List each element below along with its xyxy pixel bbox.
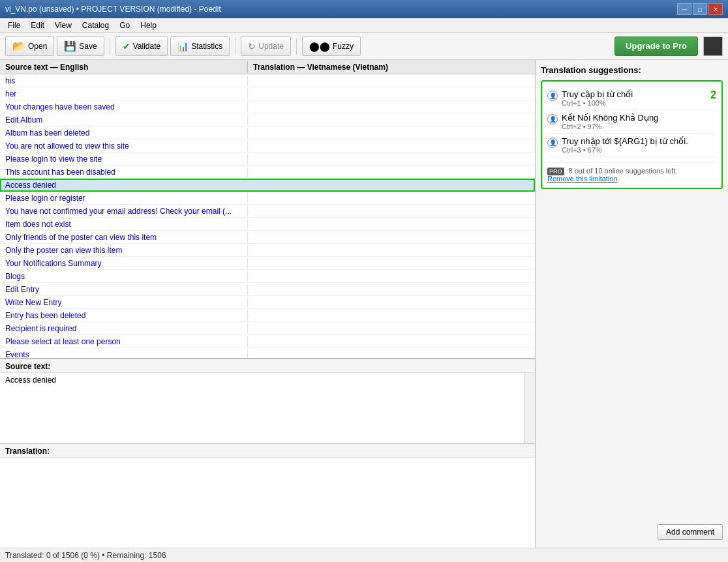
list-item-translation-text: [248, 171, 535, 173]
list-item-source-text: Please login to view the site: [0, 154, 248, 164]
add-comment-button[interactable]: Add comment: [658, 524, 723, 540]
list-item-source-text: Your Notifications Summary: [0, 258, 248, 269]
list-item[interactable]: Only friends of the poster can view this…: [0, 231, 535, 244]
translation-panel-label: Translation:: [0, 444, 535, 458]
list-item-translation-text: [248, 106, 535, 108]
list-item-source-text: Your changes have been saved: [0, 102, 248, 112]
list-item[interactable]: Item does not exist: [0, 218, 535, 231]
list-item-translation-text: [248, 328, 535, 329]
list-item[interactable]: Only the poster can view this item: [0, 244, 535, 257]
list-item[interactable]: Blogs: [0, 270, 535, 283]
list-items[interactable]: hisherYour changes have been savedEdit A…: [0, 74, 535, 358]
list-item-translation-text: [248, 315, 535, 316]
list-item[interactable]: Edit Album: [0, 113, 535, 126]
list-item-source-text: Edit Entry: [0, 284, 248, 295]
refresh-icon: ↻: [248, 41, 256, 52]
chart-icon: 📊: [177, 41, 189, 52]
suggestion-meta: Ctrl+2 • 97%: [562, 123, 716, 130]
list-item[interactable]: Please login to view the site: [0, 153, 535, 166]
list-item-source-text: You are not allowed to view this site: [0, 141, 248, 151]
menu-edit[interactable]: Edit: [25, 20, 50, 31]
list-item-translation-text: [248, 198, 535, 199]
list-item-source-text: This account has been disabled: [0, 167, 248, 177]
validate-icon: ✔: [123, 41, 130, 52]
menu-catalog[interactable]: Catalog: [77, 20, 114, 31]
translation-list: Source text — English Translation — Viet…: [0, 60, 535, 359]
source-scrollbar[interactable]: [524, 373, 535, 443]
status-bar: Translated: 0 of 1506 (0 %) • Remaining:…: [0, 548, 728, 562]
separator-2: [235, 38, 235, 55]
theme-toggle[interactable]: [703, 37, 723, 56]
list-item-translation-text: [248, 132, 535, 134]
suggestion-text-block: Truy cập bị từ chối Ctrl+1 • 100%: [562, 89, 708, 107]
list-item-source-text: Please select at least one person: [0, 336, 248, 347]
suggestion-user-icon: [547, 138, 558, 148]
suggestion-main-text: Truy nhập tới ${ARG1} bị từ chối.: [562, 136, 716, 146]
list-item[interactable]: Please select at least one person: [0, 335, 535, 348]
list-item-translation-text: [248, 354, 535, 355]
suggestion-main-text: Truy cập bị từ chối: [562, 89, 708, 99]
suggestions-title: Translation suggestions:: [541, 65, 723, 75]
list-item-translation-text: [248, 93, 535, 95]
list-item[interactable]: Access denied: [0, 179, 535, 192]
update-button[interactable]: ↻ Update: [241, 37, 291, 56]
list-item-source-text: her: [0, 89, 248, 99]
upgrade-button[interactable]: Upgrade to Pro: [614, 37, 698, 56]
list-item[interactable]: Events: [0, 348, 535, 358]
list-item-translation-text: [248, 341, 535, 342]
suggestion-text-block: Truy nhập tới ${ARG1} bị từ chối. Ctrl+3…: [562, 136, 716, 154]
list-item[interactable]: You have not confirmed your email addres…: [0, 205, 535, 218]
list-item[interactable]: Entry has been deleted: [0, 309, 535, 322]
list-item-source-text: Edit Album: [0, 115, 248, 125]
suggestion-item[interactable]: Kết Nối Không Khả Dụng Ctrl+2 • 97%: [547, 110, 716, 134]
suggestion-user-icon: [547, 114, 558, 125]
list-item[interactable]: Write New Entry: [0, 296, 535, 309]
list-item-translation-text: [248, 250, 535, 251]
list-item[interactable]: Please login or register: [0, 192, 535, 205]
list-item[interactable]: Edit Entry: [0, 283, 535, 296]
validate-button[interactable]: ✔ Validate: [115, 37, 168, 56]
menu-file[interactable]: File: [3, 20, 25, 31]
fuzzy-icon: ⬤⬤: [309, 41, 330, 52]
window-title: vi_VN.po (unsaved) • PROJECT VERSION (mo…: [5, 5, 221, 14]
list-header-translation: Translation — Vietnamese (Vietnam): [248, 61, 535, 73]
suggestions-box: Truy cập bị từ chối Ctrl+1 • 100% 2 Kết …: [541, 80, 723, 189]
toolbar: 📂 Open 💾 Save ✔ Validate 📊 Statistics ↻ …: [0, 33, 728, 60]
minimize-button[interactable]: ─: [677, 3, 691, 15]
separator-3: [296, 38, 297, 55]
list-item[interactable]: Your changes have been saved: [0, 100, 535, 113]
list-item-source-text: Write New Entry: [0, 297, 248, 308]
list-item-source-text: Item does not exist: [0, 219, 248, 229]
list-item[interactable]: Album has been deleted: [0, 126, 535, 140]
statistics-button[interactable]: 📊 Statistics: [170, 37, 230, 56]
menu-go[interactable]: Go: [114, 20, 135, 31]
folder-icon: 📂: [12, 40, 25, 52]
list-item[interactable]: her: [0, 87, 535, 100]
open-button[interactable]: 📂 Open: [5, 37, 54, 56]
close-button[interactable]: ✕: [708, 3, 723, 15]
list-item[interactable]: Recipient is required: [0, 322, 535, 335]
list-item[interactable]: Your Notifications Summary: [0, 257, 535, 270]
suggestion-text-block: Kết Nối Không Khả Dụng Ctrl+2 • 97%: [562, 113, 716, 130]
translation-input[interactable]: [0, 458, 535, 548]
list-item[interactable]: This account has been disabled: [0, 166, 535, 179]
list-item-translation-text: [248, 158, 535, 160]
right-pane: Translation suggestions: Truy cập bị từ …: [536, 60, 728, 548]
suggestion-user-icon: [547, 91, 558, 101]
list-item[interactable]: his: [0, 74, 535, 87]
maximize-button[interactable]: □: [693, 3, 707, 15]
save-button[interactable]: 💾 Save: [57, 37, 104, 56]
suggestion-item[interactable]: Truy nhập tới ${ARG1} bị từ chối. Ctrl+3…: [547, 134, 716, 157]
menu-view[interactable]: View: [50, 20, 77, 31]
menu-help[interactable]: Help: [135, 20, 162, 31]
fuzzy-button[interactable]: ⬤⬤ Fuzzy: [302, 37, 361, 56]
pro-info-text: 8 out of 10 online suggestions left.: [569, 167, 678, 175]
suggestion-meta: Ctrl+1 • 100%: [562, 99, 708, 107]
list-item[interactable]: You are not allowed to view this site: [0, 140, 535, 153]
suggestion-item[interactable]: Truy cập bị từ chối Ctrl+1 • 100% 2: [547, 87, 716, 110]
remove-limitation-link[interactable]: Remove this limitation: [547, 175, 618, 183]
list-item-translation-text: [248, 80, 535, 81]
list-item-source-text: You have not confirmed your email addres…: [0, 206, 248, 216]
suggestion-meta: Ctrl+3 • 67%: [562, 146, 716, 154]
menu-bar: File Edit View Catalog Go Help: [0, 18, 728, 33]
